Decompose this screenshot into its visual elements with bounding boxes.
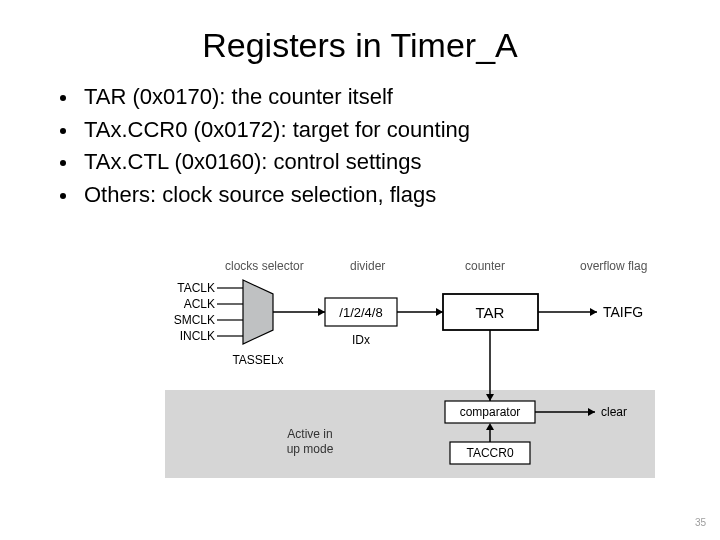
taccr0-label: TACCR0 — [466, 446, 513, 460]
counter-label: TAR — [476, 304, 505, 321]
svg-rect-0 — [165, 390, 655, 478]
clk-taclk: TACLK — [177, 281, 215, 295]
svg-marker-8 — [436, 308, 443, 316]
hdr-counter: counter — [465, 259, 505, 273]
hdr-clocks: clocks selector — [225, 259, 304, 273]
bullet-dot-icon — [60, 193, 66, 199]
hdr-overflow: overflow flag — [580, 259, 647, 273]
bullet-dot-icon — [60, 128, 66, 134]
svg-marker-10 — [590, 308, 597, 316]
tasselx-label: TASSELx — [232, 353, 283, 367]
bullet-dot-icon — [60, 160, 66, 166]
clear-label: clear — [601, 405, 627, 419]
bullet-item: TAR (0x0170): the counter itself — [60, 83, 680, 112]
clk-inclk: INCLK — [180, 329, 215, 343]
taifg-label: TAIFG — [603, 304, 643, 320]
bullet-dot-icon — [60, 95, 66, 101]
svg-marker-6 — [318, 308, 325, 316]
clk-smclk: SMCLK — [174, 313, 215, 327]
clk-aclk: ACLK — [184, 297, 215, 311]
idx-label: IDx — [352, 333, 370, 347]
bullet-text: TAR (0x0170): the counter itself — [84, 83, 393, 112]
hdr-divider: divider — [350, 259, 385, 273]
mux-icon — [243, 280, 273, 344]
bullet-text: TAx.CCR0 (0x0172): target for counting — [84, 116, 470, 145]
timer-diagram: clocks selector divider counter overflow… — [165, 258, 655, 478]
divider-label: /1/2/4/8 — [339, 305, 382, 320]
bullet-item: Others: clock source selection, flags — [60, 181, 680, 210]
comparator-label: comparator — [460, 405, 521, 419]
page-number: 35 — [695, 517, 706, 528]
bullet-list: TAR (0x0170): the counter itself TAx.CCR… — [0, 83, 720, 209]
active-label-1: Active in — [287, 427, 332, 441]
active-label-2: up mode — [287, 442, 334, 456]
bullet-item: TAx.CCR0 (0x0172): target for counting — [60, 116, 680, 145]
bullet-text: Others: clock source selection, flags — [84, 181, 436, 210]
slide-title: Registers in Timer_A — [0, 0, 720, 83]
bullet-text: TAx.CTL (0x0160): control settings — [84, 148, 421, 177]
bullet-item: TAx.CTL (0x0160): control settings — [60, 148, 680, 177]
